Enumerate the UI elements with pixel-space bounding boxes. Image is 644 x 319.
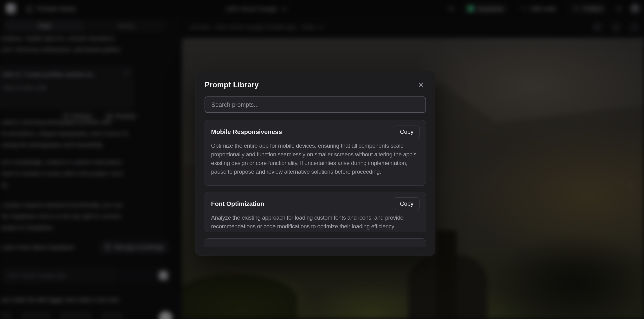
prompt-card-clipped [204, 238, 426, 246]
prompt-list: Mobile Responsiveness Copy Optimize the … [204, 120, 426, 246]
close-icon[interactable]: ✕ [416, 80, 426, 90]
modal-header: Prompt Library ✕ [204, 79, 426, 91]
prompt-card-header: Font Optimization Copy [211, 198, 420, 210]
prompt-library-modal: Prompt Library ✕ Mobile Responsiveness C… [195, 71, 435, 256]
prompt-card: Font Optimization Copy Analyze the exist… [204, 192, 426, 232]
copy-button[interactable]: Copy [394, 198, 420, 210]
prompt-card: Mobile Responsiveness Copy Optimize the … [204, 120, 426, 186]
app-root: Prompt Library artfo-visual-voyage Supab… [0, 0, 644, 319]
modal-title: Prompt Library [204, 80, 259, 89]
prompt-title: Mobile Responsiveness [211, 128, 282, 136]
prompt-title: Font Optimization [211, 200, 264, 208]
copy-button[interactable]: Copy [394, 126, 420, 138]
search-input[interactable] [204, 96, 426, 113]
prompt-description: Optimize the entire app for mobile devic… [211, 142, 420, 176]
prompt-card-header: Mobile Responsiveness Copy [211, 126, 420, 138]
prompt-description: Analyze the existing approach for loadin… [211, 214, 420, 231]
